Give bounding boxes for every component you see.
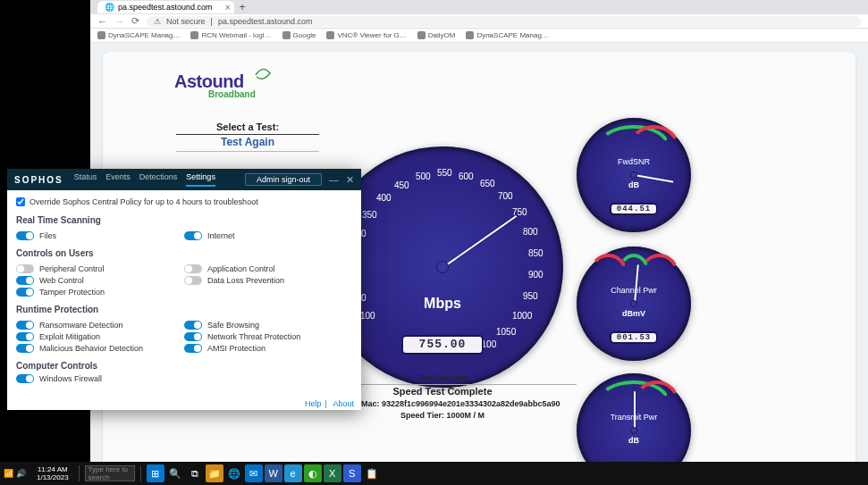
edge-icon[interactable]: e (284, 464, 302, 482)
svg-text:1050: 1050 (496, 327, 517, 337)
url-input[interactable]: ⚠ Not secure | pa.speedtest.astound.com (147, 16, 861, 27)
sophos-footer: Help| About (301, 399, 354, 408)
svg-text:650: 650 (480, 179, 495, 188)
browser-tab[interactable]: 🌐 pa.speedtest.astound.com × (97, 1, 234, 13)
gauge-unit: dB (628, 180, 639, 189)
admin-signout-button[interactable]: Admin sign-out (245, 173, 322, 186)
svg-text:900: 900 (528, 270, 544, 280)
nav-settings[interactable]: Settings (186, 172, 215, 187)
excel-icon[interactable]: X (324, 464, 341, 482)
search-icon[interactable]: 🔍 (166, 464, 184, 482)
chrome-icon[interactable]: 🌐 (225, 464, 243, 482)
svg-text:850: 850 (528, 248, 544, 258)
svg-text:400: 400 (376, 193, 392, 203)
minimize-icon[interactable]: — (329, 174, 339, 185)
url-text: pa.speedtest.astound.com (218, 17, 313, 26)
wifi-icon[interactable]: 📶 (4, 469, 13, 478)
bookmark-item[interactable]: VNC® Viewer for G… (326, 31, 406, 39)
toggle-appctrl[interactable]: Application Control (184, 264, 352, 273)
gauge-unit: dBmV (622, 309, 645, 318)
bookmark-item[interactable]: DailyOM (417, 31, 456, 39)
taskbar-clock[interactable]: 11:24 AM 1/13/2023 (29, 465, 76, 481)
toggle-switch[interactable] (16, 344, 34, 353)
toggle-switch[interactable] (184, 344, 202, 353)
gauge-needle (634, 391, 636, 431)
forward-icon[interactable]: → (114, 16, 124, 27)
not-secure-label: Not secure (166, 17, 206, 26)
toggle-switch[interactable] (16, 276, 34, 285)
toggle-switch[interactable] (16, 321, 34, 330)
gauge-hub (630, 427, 637, 434)
word-icon[interactable]: W (265, 464, 282, 482)
bookmark-item[interactable]: RCN Webmail - logi… (190, 31, 271, 39)
toggle-internet[interactable]: Internet (184, 231, 352, 240)
toggle-peripheral[interactable]: Peripheral Control (16, 264, 184, 273)
back-icon[interactable]: ← (97, 16, 107, 27)
svg-text:450: 450 (394, 180, 409, 190)
toggle-switch[interactable] (184, 231, 202, 240)
tab-strip: 🌐 pa.speedtest.astound.com × + (90, 0, 868, 14)
nav-status[interactable]: Status (74, 172, 97, 187)
test-again-link[interactable]: Test Again (176, 136, 319, 152)
bookmark-item[interactable]: Google (282, 31, 316, 39)
toggle-netthreat[interactable]: Network Threat Protection (184, 332, 352, 341)
address-bar: ← → ⟳ ⚠ Not secure | pa.speedtest.astoun… (90, 14, 868, 29)
start-icon[interactable]: ⊞ (147, 464, 164, 482)
sophos-window[interactable]: SOPHOS Status Events Detections Settings… (7, 169, 361, 410)
gauge-unit: dB (628, 436, 639, 445)
override-checkbox[interactable] (16, 197, 25, 206)
toggle-switch[interactable] (184, 332, 202, 341)
toggle-tamper[interactable]: Tamper Protection (16, 288, 184, 297)
svg-text:600: 600 (459, 171, 474, 181)
help-link[interactable]: Help (305, 399, 322, 408)
override-row[interactable]: Override Sophos Central Policy for up to… (16, 197, 352, 206)
bookmark-item[interactable]: DynaSCAPE Manag… (97, 31, 180, 39)
bookmark-item[interactable]: DynaSCAPE Manag… (466, 31, 548, 39)
toggle-switch[interactable] (16, 288, 34, 297)
taskbar-search[interactable]: Type here to search (85, 465, 135, 481)
section-rtp: Runtime Protection (16, 305, 352, 314)
close-icon[interactable]: ✕ (346, 174, 354, 186)
reload-icon[interactable]: ⟳ (131, 15, 139, 27)
sophos-titlebar[interactable]: SOPHOS Status Events Detections Settings… (7, 169, 361, 190)
toggle-switch[interactable] (184, 321, 202, 330)
toggle-exploit[interactable]: Exploit Mitigation (16, 332, 184, 341)
app-icon[interactable]: S (343, 464, 361, 482)
sophos-body: Override Sophos Central Policy for up to… (7, 190, 361, 393)
svg-text:950: 950 (523, 291, 538, 301)
nav-events[interactable]: Events (105, 172, 131, 187)
toggle-files[interactable]: Files (16, 231, 184, 240)
taskbar[interactable]: 📶🔊 11:24 AM 1/13/2023 Type here to searc… (0, 462, 868, 485)
about-link[interactable]: About (333, 399, 354, 408)
toggle-switch[interactable] (16, 374, 34, 383)
gauge-hub (630, 171, 637, 179)
qb-icon[interactable]: ◐ (304, 464, 322, 482)
sound-icon[interactable]: 🔊 (16, 469, 26, 478)
svg-text:550: 550 (437, 168, 452, 178)
toggle-webctrl[interactable]: Web Control (16, 276, 184, 285)
taskview-icon[interactable]: ⧉ (186, 464, 204, 482)
toggle-switch[interactable] (16, 332, 34, 341)
toggle-switch[interactable] (16, 231, 34, 240)
toggle-safeb[interactable]: Safe Browsing (184, 321, 352, 330)
toggle-amsi[interactable]: AMSI Protection (184, 344, 352, 353)
toggle-ransom[interactable]: Ransomware Detection (16, 321, 184, 330)
new-tab-button[interactable]: + (240, 1, 246, 13)
app-icon[interactable]: 📋 (363, 464, 381, 482)
logo-swirl-icon (254, 66, 272, 84)
toggle-switch[interactable] (16, 264, 34, 273)
outlook-icon[interactable]: ✉ (245, 464, 263, 482)
toggle-switch[interactable] (184, 276, 202, 285)
explorer-icon[interactable]: 📁 (206, 464, 223, 482)
divider (79, 465, 80, 481)
toggle-firewall[interactable]: Windows Firewall (16, 374, 352, 383)
systray-icons[interactable]: 📶🔊 (0, 469, 29, 478)
nav-detections[interactable]: Detections (139, 172, 178, 187)
logo-subtext: Broadband (208, 89, 256, 99)
bookmark-bar: DynaSCAPE Manag… RCN Webmail - logi… Goo… (90, 29, 868, 43)
toggle-dlp[interactable]: Data Loss Prevention (184, 276, 352, 285)
gauge-needle (635, 174, 674, 183)
toggle-switch[interactable] (184, 264, 202, 273)
toggle-malb[interactable]: Malicious Behavior Detection (16, 344, 184, 353)
close-tab-icon[interactable]: × (225, 3, 231, 13)
